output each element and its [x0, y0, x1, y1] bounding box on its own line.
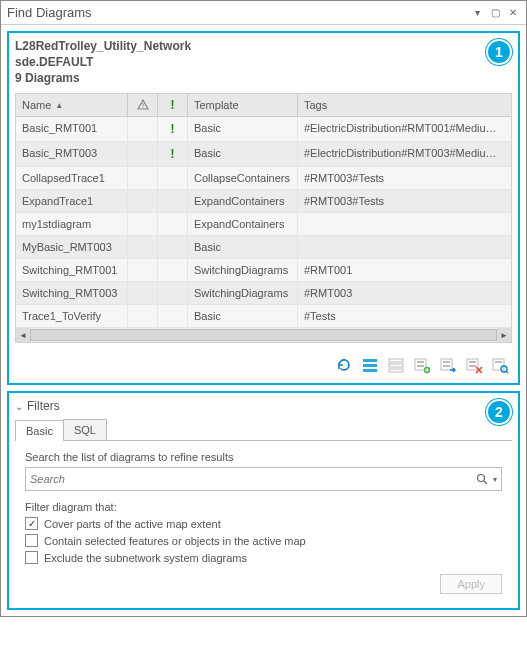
col-tags[interactable]: Tags: [298, 94, 511, 116]
table-row[interactable]: ExpandTrace1ExpandContainers#RMT003#Test…: [16, 190, 511, 213]
cell-warn: [128, 213, 158, 235]
apply-button[interactable]: Apply: [440, 574, 502, 594]
refresh-button[interactable]: [334, 355, 354, 375]
checkbox-exclude[interactable]: [25, 551, 38, 564]
svg-rect-5: [389, 359, 403, 362]
chevron-down-icon: ⌄: [15, 401, 23, 412]
svg-rect-15: [443, 361, 450, 363]
cell-tags: #Tests: [298, 305, 511, 327]
svg-rect-7: [389, 369, 403, 372]
scroll-left-icon[interactable]: ◄: [16, 328, 30, 342]
svg-rect-6: [389, 364, 403, 367]
cell-warn: [128, 167, 158, 189]
table-row[interactable]: my1stdiagramExpandContainers: [16, 213, 511, 236]
svg-rect-3: [363, 364, 377, 367]
col-name-label: Name: [22, 99, 51, 111]
delete-diagram-button[interactable]: [464, 355, 484, 375]
cell-name: CollapsedTrace1: [16, 167, 128, 189]
svg-rect-16: [443, 365, 450, 367]
cell-tags: #ElectricDistribution#RMT003#Medium Volt…: [298, 142, 511, 166]
table-row[interactable]: Trace1_ToVerifyBasic#Tests: [16, 305, 511, 328]
table-row[interactable]: Basic_RMT001!Basic#ElectricDistribution#…: [16, 117, 511, 142]
col-name[interactable]: Name ▲: [16, 94, 128, 116]
horizontal-scrollbar[interactable]: ◄ ►: [16, 328, 511, 342]
cell-template: Basic: [188, 236, 298, 258]
col-template[interactable]: Template: [188, 94, 298, 116]
cell-warn: [128, 236, 158, 258]
filters-title: Filters: [27, 399, 60, 413]
checkbox-selected[interactable]: [25, 534, 38, 547]
select-all-button[interactable]: [360, 355, 380, 375]
dropdown-icon[interactable]: ▾: [470, 6, 484, 20]
cell-tags: [298, 236, 511, 258]
cell-warn: [128, 117, 158, 141]
search-options-icon[interactable]: ▾: [490, 475, 497, 484]
close-icon[interactable]: ✕: [506, 6, 520, 20]
cell-name: Trace1_ToVerify: [16, 305, 128, 327]
find-diagrams-window: Find Diagrams ▾ ▢ ✕ 1 L28RedTrolley_Util…: [0, 0, 527, 617]
svg-point-1: [142, 107, 143, 108]
col-template-label: Template: [194, 99, 239, 111]
svg-rect-10: [417, 365, 424, 367]
source-name: sde.DEFAULT: [15, 55, 512, 69]
cell-template: CollapseContainers: [188, 167, 298, 189]
svg-rect-23: [495, 361, 502, 363]
search-icon[interactable]: [474, 473, 490, 485]
tab-basic-body: Search the list of diagrams to refine re…: [15, 441, 512, 602]
cell-name: Switching_RMT003: [16, 282, 128, 304]
cell-consistency: [158, 259, 188, 281]
results-toolbar: [15, 353, 512, 377]
svg-rect-19: [469, 365, 476, 367]
cell-tags: #RMT003: [298, 282, 511, 304]
cell-consistency: [158, 282, 188, 304]
checkbox-extent-label: Cover parts of the active map extent: [44, 518, 221, 530]
col-warning[interactable]: [128, 94, 158, 116]
cell-name: MyBasic_RMT003: [16, 236, 128, 258]
svg-line-25: [506, 371, 508, 373]
cell-tags: #RMT003#Tests: [298, 167, 511, 189]
tab-basic[interactable]: Basic: [15, 420, 64, 441]
cell-template: ExpandContainers: [188, 190, 298, 212]
table-row[interactable]: Switching_RMT001SwitchingDiagrams#RMT001: [16, 259, 511, 282]
search-input[interactable]: [30, 473, 474, 485]
window-title: Find Diagrams: [7, 5, 92, 20]
cell-name: ExpandTrace1: [16, 190, 128, 212]
cell-consistency: [158, 236, 188, 258]
scroll-track[interactable]: [30, 329, 497, 341]
deselect-all-button[interactable]: [386, 355, 406, 375]
cell-name: my1stdiagram: [16, 213, 128, 235]
table-row[interactable]: MyBasic_RMT003Basic: [16, 236, 511, 259]
callout-badge-2: 2: [486, 399, 512, 425]
warning-icon: [137, 99, 149, 111]
maximize-icon[interactable]: ▢: [488, 6, 502, 20]
table-row[interactable]: Switching_RMT003SwitchingDiagrams#RMT003: [16, 282, 511, 305]
svg-line-27: [484, 481, 487, 484]
add-diagram-button[interactable]: [412, 355, 432, 375]
diagrams-table: Name ▲ ! Template Tags Basic_RM: [15, 93, 512, 343]
cell-template: Basic: [188, 117, 298, 141]
search-row: ▾: [25, 467, 502, 491]
table-row[interactable]: Basic_RMT003!Basic#ElectricDistribution#…: [16, 142, 511, 167]
cell-name: Basic_RMT003: [16, 142, 128, 166]
results-panel: 1 L28RedTrolley_Utility_Network sde.DEFA…: [7, 31, 520, 385]
svg-rect-2: [363, 359, 377, 362]
cell-consistency: [158, 190, 188, 212]
filter-group-label: Filter diagram that:: [25, 501, 502, 513]
table-row[interactable]: CollapsedTrace1CollapseContainers#RMT003…: [16, 167, 511, 190]
zoom-to-diagram-button[interactable]: [490, 355, 510, 375]
callout-badge-1: 1: [486, 39, 512, 65]
filters-header[interactable]: ⌄ Filters: [15, 399, 512, 417]
svg-rect-18: [469, 361, 476, 363]
scroll-right-icon[interactable]: ►: [497, 328, 511, 342]
checkbox-extent[interactable]: ✓: [25, 517, 38, 530]
cell-tags: #RMT001: [298, 259, 511, 281]
cell-template: SwitchingDiagrams: [188, 259, 298, 281]
filters-panel: 2 ⌄ Filters Basic SQL Search the list of…: [7, 391, 520, 610]
open-diagram-button[interactable]: [438, 355, 458, 375]
checkbox-exclude-label: Exclude the subnetwork system diagrams: [44, 552, 247, 564]
tab-sql[interactable]: SQL: [63, 419, 107, 440]
cell-tags: #ElectricDistribution#RMT001#Medium Volt…: [298, 117, 511, 141]
cell-name: Basic_RMT001: [16, 117, 128, 141]
col-consistency[interactable]: !: [158, 94, 188, 116]
svg-point-26: [478, 475, 485, 482]
